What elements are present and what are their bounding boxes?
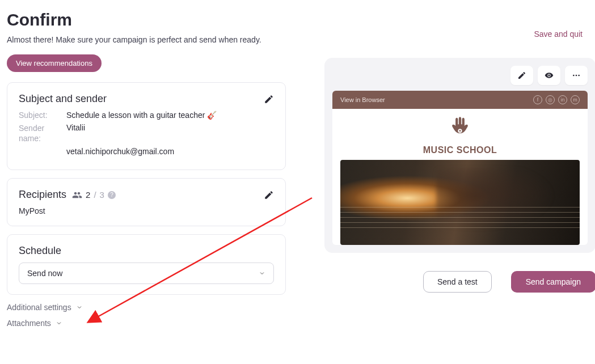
send-campaign-button[interactable]: Send campaign <box>511 271 595 293</box>
help-icon[interactable]: ? <box>108 191 116 199</box>
sender-name-label: Sender name: <box>19 123 66 143</box>
email-preview-panel: View in Browser f ◎ in m MUSIC SCHOOL <box>324 58 595 253</box>
recipients-count-selected: 2 <box>86 190 90 200</box>
facebook-icon[interactable]: f <box>533 95 542 104</box>
pencil-icon[interactable] <box>264 94 274 104</box>
schedule-title: Schedule <box>19 245 61 256</box>
additional-settings-toggle[interactable]: Additional settings <box>7 303 286 312</box>
svg-point-1 <box>576 75 577 77</box>
instagram-icon[interactable]: ◎ <box>546 95 555 104</box>
medium-icon[interactable]: m <box>571 95 580 104</box>
view-recommendations-button[interactable]: View recommendations <box>7 54 102 72</box>
schedule-selected-value: Send now <box>27 269 62 278</box>
email-preview-content: View in Browser f ◎ in m MUSIC SCHOOL <box>332 91 588 245</box>
subject-sender-title: Subject and sender <box>19 93 107 105</box>
eye-icon <box>545 71 554 80</box>
more-preview-button[interactable] <box>565 66 588 85</box>
people-icon <box>72 190 82 200</box>
schedule-select[interactable]: Send now <box>19 263 274 284</box>
brand-name: MUSIC SCHOOL <box>332 145 588 155</box>
save-and-quit-link[interactable]: Save and quit <box>534 29 583 39</box>
sender-name-value: Vitalii <box>66 123 85 143</box>
hero-image <box>340 160 580 245</box>
chevron-down-icon <box>76 304 83 311</box>
view-in-browser-link[interactable]: View in Browser <box>340 96 385 103</box>
attachments-toggle[interactable]: Attachments <box>7 319 286 328</box>
linkedin-icon[interactable]: in <box>558 95 567 104</box>
chevron-down-icon <box>259 270 265 277</box>
recipients-title: Recipients <box>19 189 66 201</box>
settings-column: Confirm Almost there! Make sure your cam… <box>7 10 286 331</box>
view-preview-button[interactable] <box>538 66 560 85</box>
social-icons: f ◎ in m <box>533 95 580 104</box>
recipients-card: Recipients 2 / 3 ? MyPost <box>7 178 286 226</box>
recipients-count-total: 3 <box>100 190 104 200</box>
sender-email-value: vetal.nichiporchuk@gmail.com <box>66 147 174 156</box>
dots-icon <box>572 71 581 80</box>
schedule-card: Schedule Send now <box>7 234 286 295</box>
page-subtitle: Almost there! Make sure your campaign is… <box>7 35 286 44</box>
pencil-icon <box>517 71 526 80</box>
edit-preview-button[interactable] <box>510 66 533 85</box>
hand-logo-icon <box>447 115 473 141</box>
send-test-button[interactable]: Send a test <box>423 271 492 293</box>
svg-point-0 <box>573 75 575 77</box>
chevron-down-icon <box>56 320 62 327</box>
page-title: Confirm <box>7 10 286 29</box>
subject-value: Schedule a lesson with a guitar teacher … <box>66 111 217 120</box>
preview-column: View in Browser f ◎ in m MUSIC SCHOOL <box>324 10 595 293</box>
pencil-icon[interactable] <box>264 190 274 200</box>
svg-point-2 <box>578 75 580 77</box>
svg-point-4 <box>459 130 461 132</box>
subject-sender-card: Subject and sender Subject: Schedule a l… <box>7 82 286 170</box>
subject-label: Subject: <box>19 111 66 120</box>
recipients-list-name: MyPost <box>19 206 274 215</box>
